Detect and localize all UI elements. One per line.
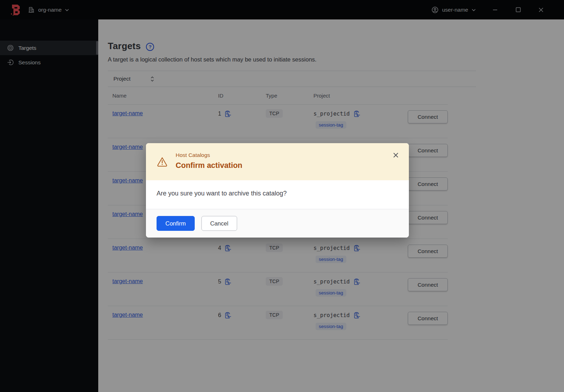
close-icon[interactable] bbox=[393, 152, 399, 158]
dialog-title: Confirm activation bbox=[176, 161, 242, 170]
confirm-dialog: Host Catalogs Confirm activation Are you… bbox=[146, 143, 409, 238]
dialog-footer: Confirm Cancel bbox=[146, 209, 409, 238]
warning-icon bbox=[157, 157, 168, 170]
dialog-body-text: Are you sure you want to archive this ca… bbox=[146, 180, 409, 209]
dialog-context-label: Host Catalogs bbox=[176, 152, 242, 158]
cancel-button[interactable]: Cancel bbox=[201, 216, 237, 231]
dialog-header: Host Catalogs Confirm activation bbox=[146, 143, 409, 180]
confirm-button[interactable]: Confirm bbox=[157, 216, 195, 231]
